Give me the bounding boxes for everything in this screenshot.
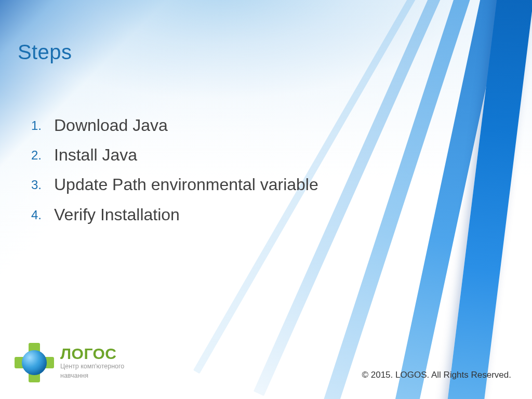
list-item: Update Path environmental variable — [31, 174, 322, 196]
step-text: Verify Installation — [54, 205, 180, 224]
logo-tagline-line: Центр комп'ютерного — [60, 363, 124, 371]
logo-icon — [16, 344, 53, 381]
logo-text: ЛОГОС Центр комп'ютерного навчання — [60, 345, 124, 380]
list-item: Install Java — [31, 144, 322, 166]
list-item: Download Java — [31, 114, 322, 137]
logo-tagline-line: навчання — [60, 372, 124, 380]
step-text: Download Java — [54, 116, 168, 135]
logo-block: ЛОГОС Центр комп'ютерного навчання — [16, 344, 124, 381]
copyright-text: © 2015. LOGOS. All Rights Reserved. — [362, 370, 512, 380]
step-text: Install Java — [54, 145, 137, 164]
slide-title: Steps — [18, 41, 72, 64]
decorative-ribbons — [397, 0, 532, 399]
list-item: Verify Installation — [31, 204, 322, 226]
slide: Steps Download Java Install Java Update … — [0, 0, 532, 399]
logo-name: ЛОГОС — [60, 345, 124, 362]
step-text: Update Path environmental variable — [54, 175, 318, 194]
slide-body: Download Java Install Java Update Path e… — [31, 114, 322, 233]
steps-list: Download Java Install Java Update Path e… — [31, 114, 322, 226]
